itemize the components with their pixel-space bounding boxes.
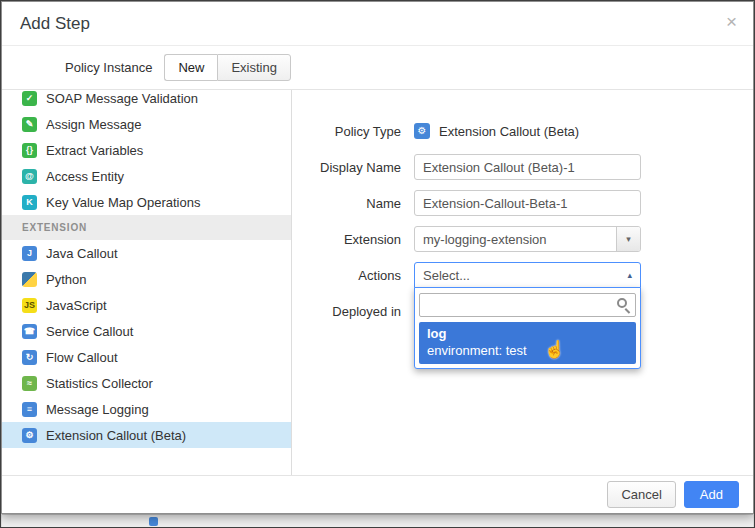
tab-new[interactable]: New: [164, 54, 217, 81]
policy-item-label: Extract Variables: [46, 143, 143, 158]
display-name-label: Display Name: [292, 160, 401, 175]
policy-item-label: Statistics Collector: [46, 376, 153, 391]
extension-label: Extension: [292, 232, 401, 247]
soap-message-validation-icon: ✓: [22, 91, 37, 106]
dropdown-search-input[interactable]: [419, 293, 636, 317]
policy-item-message-logging[interactable]: ≡ Message Logging: [2, 396, 291, 422]
extension-section-header: EXTENSION: [2, 215, 291, 240]
add-button[interactable]: Add: [684, 481, 739, 508]
close-icon[interactable]: ×: [726, 12, 737, 31]
flow-callout-icon: ↻: [22, 350, 37, 365]
dropdown-search: [419, 293, 636, 317]
policy-item-label: SOAP Message Validation: [46, 91, 198, 106]
actions-select-value: Select...: [423, 268, 627, 283]
chevron-up-icon: ▴: [627, 270, 632, 280]
extension-callout-icon: ⚙: [414, 123, 430, 139]
statistics-collector-icon: ≈: [22, 376, 37, 391]
dropdown-options: log environment: test: [419, 322, 636, 364]
policy-item-label: Service Callout: [46, 324, 133, 339]
assign-message-icon: ✎: [22, 117, 37, 132]
policy-item-service-callout[interactable]: ☎ Service Callout: [2, 318, 291, 344]
policy-item-soap-message-validation[interactable]: ✓ SOAP Message Validation: [2, 90, 291, 111]
policy-item-label: Java Callout: [46, 246, 118, 261]
cancel-button[interactable]: Cancel: [607, 481, 675, 508]
policy-item-access-entity[interactable]: @ Access Entity: [2, 163, 291, 189]
dropdown-option-environment-test[interactable]: environment: test: [419, 342, 636, 364]
python-icon: [22, 272, 37, 287]
policy-item-label: Key Value Map Operations: [46, 195, 200, 210]
background-policy-icon: [149, 517, 158, 526]
extension-select-value: my-logging-extension: [415, 232, 616, 247]
actions-label: Actions: [292, 268, 401, 283]
message-logging-icon: ≡: [22, 402, 37, 417]
policy-item-label: Assign Message: [46, 117, 141, 132]
deployed-in-label: Deployed in: [292, 304, 401, 319]
search-icon: [617, 298, 627, 308]
modal-body: ✓ SOAP Message Validation ✎ Assign Messa…: [2, 90, 753, 477]
policy-item-label: Message Logging: [46, 402, 149, 417]
extension-callout-icon: ⚙: [22, 428, 37, 443]
display-name-input[interactable]: [414, 154, 641, 180]
policy-item-label: Extension Callout (Beta): [46, 428, 186, 443]
display-name-row: Display Name: [292, 154, 753, 180]
actions-dropdown-panel: log environment: test: [414, 287, 641, 369]
policy-item-label: Access Entity: [46, 169, 124, 184]
service-callout-icon: ☎: [22, 324, 37, 339]
chevron-down-icon: ▾: [616, 227, 640, 251]
policy-item-java-callout[interactable]: J Java Callout: [2, 240, 291, 266]
policy-list-scroll: ✓ SOAP Message Validation ✎ Assign Messa…: [2, 90, 291, 448]
access-entity-icon: @: [22, 169, 37, 184]
policy-item-statistics-collector[interactable]: ≈ Statistics Collector: [2, 370, 291, 396]
policy-form: Policy Type ⚙ Extension Callout (Beta) D…: [292, 90, 753, 477]
extension-select[interactable]: my-logging-extension ▾: [414, 226, 641, 252]
policy-instance-toggle: New Existing: [164, 54, 291, 81]
policy-type-label: Policy Type: [292, 124, 401, 139]
actions-row: Actions Select... ▴ log: [292, 262, 753, 288]
policy-item-flow-callout[interactable]: ↻ Flow Callout: [2, 344, 291, 370]
policy-instance-row: Policy Instance New Existing: [2, 46, 753, 90]
screen: Add Step × Policy Instance New Existing …: [0, 0, 755, 528]
policy-instance-label: Policy Instance: [65, 60, 152, 75]
name-row: Name: [292, 190, 753, 216]
extension-row: Extension my-logging-extension ▾: [292, 226, 753, 252]
policy-item-label: Python: [46, 272, 86, 287]
policy-item-python[interactable]: Python: [2, 266, 291, 292]
policy-item-extract-variables[interactable]: {} Extract Variables: [2, 137, 291, 163]
name-label: Name: [292, 196, 401, 211]
policy-item-label: Flow Callout: [46, 350, 118, 365]
actions-select[interactable]: Select... ▴: [414, 262, 641, 288]
add-step-modal: Add Step × Policy Instance New Existing …: [1, 1, 754, 514]
modal-header: Add Step ×: [2, 2, 753, 46]
extract-variables-icon: {}: [22, 143, 37, 158]
tab-existing[interactable]: Existing: [217, 54, 291, 81]
policy-item-javascript[interactable]: JS JavaScript: [2, 292, 291, 318]
policy-list: ✓ SOAP Message Validation ✎ Assign Messa…: [2, 90, 292, 477]
policy-item-label: JavaScript: [46, 298, 107, 313]
key-value-map-icon: K: [22, 195, 37, 210]
policy-type-value: ⚙ Extension Callout (Beta): [414, 123, 641, 139]
javascript-icon: JS: [22, 298, 37, 313]
policy-item-extension-callout-beta[interactable]: ⚙ Extension Callout (Beta): [2, 422, 291, 448]
modal-title: Add Step: [20, 14, 90, 34]
java-callout-icon: J: [22, 246, 37, 261]
policy-item-key-value-map-operations[interactable]: K Key Value Map Operations: [2, 189, 291, 215]
modal-footer: Cancel Add: [2, 475, 753, 513]
policy-item-assign-message[interactable]: ✎ Assign Message: [2, 111, 291, 137]
policy-type-text: Extension Callout (Beta): [439, 124, 579, 139]
dropdown-option-log[interactable]: log: [419, 322, 636, 342]
policy-type-row: Policy Type ⚙ Extension Callout (Beta): [292, 118, 753, 144]
background-row: [2, 514, 753, 527]
name-input[interactable]: [414, 190, 641, 216]
